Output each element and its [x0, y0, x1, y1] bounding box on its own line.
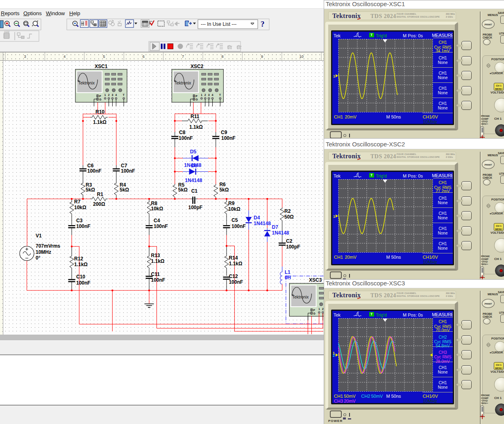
- svg-text:10kΩ: 10kΩ: [151, 206, 163, 212]
- svg-text:5kΩ: 5kΩ: [120, 187, 129, 193]
- svg-text:100nF: 100nF: [179, 135, 193, 141]
- svg-text:1: 1: [333, 74, 335, 78]
- svg-text:XSC3: XSC3: [309, 277, 322, 283]
- svg-text:100nF: 100nF: [87, 168, 102, 174]
- svg-text:C4: C4: [154, 218, 160, 223]
- svg-text:D6: D6: [191, 163, 198, 169]
- svg-text:V1: V1: [36, 233, 42, 239]
- svg-text:3: 3: [208, 93, 210, 96]
- svg-text:1: 1: [318, 308, 320, 310]
- svg-text:100nF: 100nF: [232, 223, 246, 229]
- svg-text:100nF: 100nF: [76, 280, 91, 286]
- svg-text:G: G: [313, 312, 316, 315]
- svg-text:XSC1: XSC1: [95, 64, 108, 69]
- svg-text:1: 1: [201, 93, 202, 96]
- svg-text:1.1kΩ: 1.1kΩ: [229, 261, 242, 267]
- svg-text:C1: C1: [191, 188, 198, 194]
- svg-text:707mVrms: 707mVrms: [36, 243, 60, 249]
- svg-text:2: 2: [108, 93, 110, 96]
- svg-text:1N4148: 1N4148: [254, 221, 271, 226]
- svg-text:100nF: 100nF: [154, 223, 168, 229]
- svg-text:5kΩ: 5kΩ: [86, 187, 95, 193]
- svg-text:10kΩ: 10kΩ: [228, 206, 241, 212]
- svg-text:R12: R12: [74, 256, 83, 262]
- svg-text:C5: C5: [232, 217, 238, 223]
- svg-text:C10: C10: [76, 274, 85, 280]
- svg-text:10MHz: 10MHz: [36, 249, 51, 255]
- svg-text:4: 4: [115, 93, 117, 96]
- svg-text:100nF: 100nF: [229, 279, 243, 285]
- svg-text:R7: R7: [74, 199, 81, 205]
- svg-text:100nF: 100nF: [151, 277, 166, 283]
- svg-text:R14: R14: [229, 255, 238, 261]
- svg-text:R11: R11: [191, 114, 200, 119]
- svg-text:100pF: 100pF: [286, 244, 300, 250]
- svg-text:P: P: [195, 95, 198, 98]
- svg-text:10kΩ: 10kΩ: [74, 205, 86, 210]
- svg-text:C12: C12: [229, 274, 238, 279]
- svg-text:P: P: [99, 95, 101, 98]
- svg-text:R10: R10: [95, 109, 104, 115]
- svg-text:R8: R8: [151, 201, 158, 206]
- svg-text:3: 3: [111, 93, 113, 96]
- svg-text:XSC2: XSC2: [191, 64, 204, 69]
- svg-text:100nF: 100nF: [76, 223, 91, 229]
- svg-text:C3: C3: [76, 218, 83, 223]
- svg-text:T: T: [219, 93, 221, 96]
- svg-text:1: 1: [333, 351, 335, 355]
- svg-text:1.1kΩ: 1.1kΩ: [189, 124, 203, 130]
- svg-text:C2: C2: [286, 238, 293, 244]
- svg-text:200Ω: 200Ω: [93, 201, 105, 207]
- svg-text:1: 1: [333, 214, 335, 219]
- svg-text:R6: R6: [219, 182, 226, 187]
- svg-text:1: 1: [104, 93, 106, 96]
- svg-text:D5: D5: [190, 149, 197, 155]
- svg-text:G: G: [195, 98, 198, 101]
- svg-text:2: 2: [204, 93, 206, 96]
- svg-text:R13: R13: [151, 253, 160, 258]
- svg-text:P: P: [313, 309, 315, 312]
- svg-text:5kΩ: 5kΩ: [219, 187, 229, 193]
- svg-text:L1: L1: [285, 269, 291, 275]
- svg-text:Tektronix: Tektronix: [175, 81, 191, 85]
- svg-text:Tektronix: Tektronix: [292, 295, 309, 299]
- svg-text:T: T: [123, 93, 125, 96]
- svg-text:C11: C11: [151, 271, 160, 277]
- svg-text:0H: 0H: [285, 275, 291, 280]
- svg-text:1.1kΩ: 1.1kΩ: [74, 262, 88, 267]
- svg-text:Tektronix: Tektronix: [78, 81, 95, 85]
- svg-text:1N4148: 1N4148: [185, 178, 202, 183]
- svg-text:100nF: 100nF: [121, 168, 135, 174]
- svg-text:50Ω: 50Ω: [284, 214, 294, 220]
- svg-text:R9: R9: [228, 201, 235, 206]
- svg-text:1.1kΩ: 1.1kΩ: [93, 119, 107, 125]
- svg-text:100pF: 100pF: [188, 205, 203, 210]
- svg-text:R1: R1: [97, 191, 104, 197]
- svg-text:D4: D4: [254, 215, 260, 221]
- svg-text:4: 4: [212, 93, 213, 96]
- svg-text:G: G: [99, 98, 102, 101]
- svg-text:D7: D7: [272, 224, 279, 230]
- svg-text:1N4148: 1N4148: [272, 230, 289, 236]
- svg-text:C9: C9: [221, 130, 227, 135]
- svg-text:0°: 0°: [36, 255, 41, 261]
- svg-text:R2: R2: [284, 208, 291, 214]
- svg-text:100nF: 100nF: [221, 135, 236, 141]
- svg-text:C8: C8: [179, 130, 186, 135]
- svg-text:5kΩ: 5kΩ: [178, 187, 188, 193]
- svg-text:1.1kΩ: 1.1kΩ: [151, 258, 165, 264]
